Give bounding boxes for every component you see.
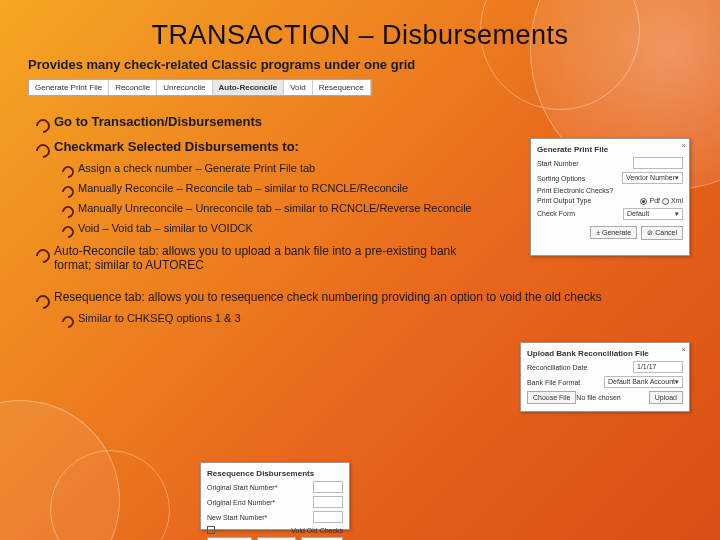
- tab-auto-reconcile[interactable]: Auto-Reconcile: [213, 80, 285, 95]
- panel3-title: Resequence Disbursements: [207, 469, 343, 478]
- label-sorting: Sorting Options: [537, 175, 585, 182]
- close-icon[interactable]: ×: [681, 345, 686, 354]
- input-recon-date[interactable]: 1/1/17: [633, 361, 683, 373]
- slide-title: TRANSACTION – Disbursements: [28, 20, 692, 51]
- label-check-form: Check Form: [537, 210, 575, 217]
- bullet-autorec: Auto-Reconcile tab: allows you to upload…: [36, 244, 486, 272]
- input-start-number[interactable]: [633, 157, 683, 169]
- label-print-electronic: Print Electronic Checks?: [537, 187, 613, 194]
- tab-generate[interactable]: Generate Print File: [29, 80, 109, 95]
- tab-void[interactable]: Void: [284, 80, 313, 95]
- label-bank-format: Bank File Format: [527, 379, 580, 386]
- cancel-button[interactable]: ⊘ Cancel: [641, 226, 683, 240]
- label-start-number: Start Number: [537, 160, 579, 167]
- slide-subtitle: Provides many check-related Classic prog…: [28, 57, 692, 72]
- chevron-down-icon: ▾: [675, 174, 679, 182]
- generate-button[interactable]: ± Generate: [590, 226, 637, 239]
- panel-upload-bank-file: × Upload Bank Reconciliation File Reconc…: [520, 342, 690, 412]
- upload-button[interactable]: Upload: [649, 391, 683, 404]
- label-void-old: Void Old Checks: [291, 527, 343, 534]
- select-bank-format[interactable]: Default Bank Account▾: [604, 376, 683, 388]
- tab-resequence[interactable]: Resequence: [313, 80, 371, 95]
- tab-reconcile[interactable]: Reconcile: [109, 80, 157, 95]
- label-new-start: New Start Number*: [207, 514, 267, 521]
- bullet-chkseq: Similar to CHKSEQ options 1 & 3: [62, 312, 692, 324]
- tab-unreconcile[interactable]: Unreconcile: [157, 80, 212, 95]
- label-orig-end: Original End Number*: [207, 499, 275, 506]
- bullet-goto: Go to Transaction/Disbursements: [36, 114, 692, 129]
- select-sorting[interactable]: Vendor Number▾: [622, 172, 683, 184]
- label-output-type: Print Output Type: [537, 197, 591, 204]
- panel-generate-print-file: × Generate Print File Start Number Sorti…: [530, 138, 690, 256]
- radio-pdf[interactable]: [640, 198, 647, 205]
- input-orig-start[interactable]: [313, 481, 343, 493]
- choose-file-button[interactable]: Choose File: [527, 391, 576, 404]
- no-file-text: No file chosen: [576, 394, 620, 401]
- radio-xml[interactable]: [662, 198, 669, 205]
- input-new-start[interactable]: [313, 511, 343, 523]
- panel-resequence: Resequence Disbursements Original Start …: [200, 462, 350, 530]
- select-check-form[interactable]: Default▾: [623, 208, 683, 220]
- chevron-down-icon: ▾: [675, 210, 679, 218]
- close-icon[interactable]: ×: [681, 141, 686, 150]
- panel2-title: Upload Bank Reconciliation File: [527, 349, 683, 358]
- bullet-resequence: Resequence tab: allows you to resequence…: [36, 290, 692, 304]
- input-orig-end[interactable]: [313, 496, 343, 508]
- chevron-down-icon: ▾: [675, 378, 679, 386]
- tab-bar: Generate Print File Reconcile Unreconcil…: [28, 79, 372, 96]
- label-recon-date: Reconciliation Date: [527, 364, 587, 371]
- panel1-title: Generate Print File: [537, 145, 683, 154]
- label-orig-start: Original Start Number*: [207, 484, 277, 491]
- checkbox-void-old[interactable]: [207, 526, 215, 534]
